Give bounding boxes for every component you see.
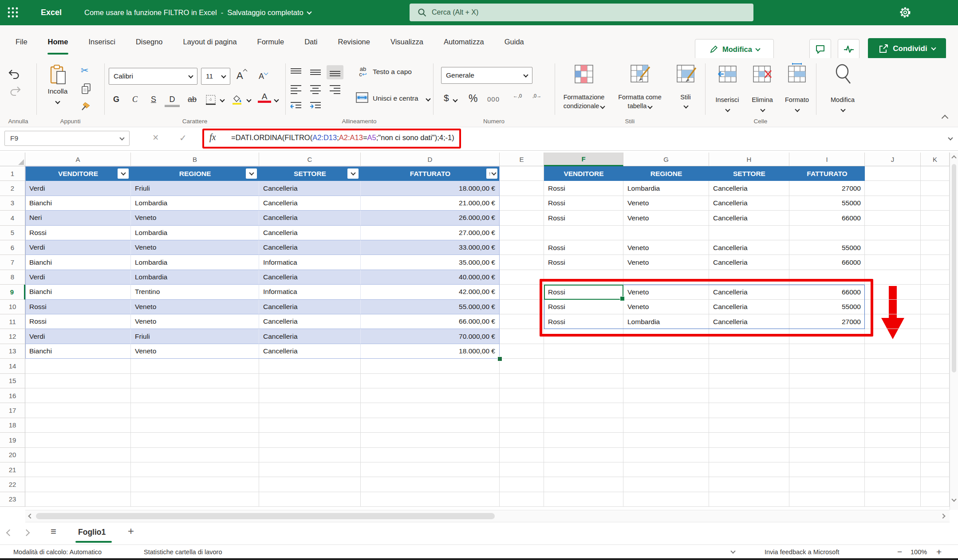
cell[interactable]: Veneto: [131, 211, 259, 225]
vertical-scrollbar[interactable]: [950, 153, 958, 510]
cell[interactable]: Rossi: [25, 314, 131, 329]
row-header-23[interactable]: 23: [0, 492, 25, 507]
cell[interactable]: Veneto: [131, 300, 259, 314]
cell[interactable]: Cancelleria: [259, 344, 361, 359]
calc-mode-status[interactable]: Modalità di calcolo: Automatico: [13, 545, 102, 559]
cell[interactable]: Cancelleria: [709, 240, 789, 255]
cell[interactable]: 55000: [789, 300, 865, 314]
row-header-5[interactable]: 5: [0, 226, 25, 240]
previous-sheet-icon[interactable]: [6, 529, 13, 537]
cell[interactable]: Rossi: [544, 211, 623, 225]
cell[interactable]: 18.000,00 €: [361, 181, 500, 196]
cell[interactable]: 35.000,00 €: [361, 255, 500, 270]
column-header-D[interactable]: D: [361, 153, 500, 166]
cell[interactable]: Veneto: [623, 240, 709, 255]
filter-button[interactable]: [118, 168, 129, 179]
cell[interactable]: Cancelleria: [709, 285, 789, 299]
column-header-F[interactable]: F: [544, 153, 623, 166]
horizontal-scrollbar[interactable]: [25, 510, 950, 522]
horizontal-scroll-thumb[interactable]: [36, 513, 495, 519]
cell[interactable]: Rossi: [25, 300, 131, 314]
cell[interactable]: Veneto: [623, 196, 709, 211]
sheet-tab-foglio1[interactable]: Foglio1: [78, 522, 106, 542]
cell[interactable]: Veneto: [623, 255, 709, 270]
row-header-19[interactable]: 19: [0, 433, 25, 447]
cell[interactable]: Verdi: [25, 329, 131, 344]
cell[interactable]: Rossi: [544, 300, 623, 314]
row-header-3[interactable]: 3: [0, 196, 25, 211]
cell[interactable]: 18.000,00 €: [361, 344, 500, 359]
cell[interactable]: 66000: [789, 211, 865, 225]
cell[interactable]: Veneto: [131, 344, 259, 359]
column-header-B[interactable]: B: [131, 153, 259, 166]
column-header-K[interactable]: K: [921, 153, 950, 166]
cell[interactable]: Trentino: [131, 285, 259, 299]
cell[interactable]: 42.000,00 €: [361, 285, 500, 299]
filter-button[interactable]: [246, 168, 257, 179]
row-header-1[interactable]: 1: [0, 166, 25, 181]
row-header-16[interactable]: 16: [0, 388, 25, 403]
cell[interactable]: Friuli: [131, 181, 259, 196]
row-header-13[interactable]: 13: [0, 344, 25, 359]
cell[interactable]: Cancelleria: [259, 270, 361, 285]
send-feedback-link[interactable]: Invia feedback a Microsoft: [765, 545, 839, 559]
cell[interactable]: Cancelleria: [259, 300, 361, 314]
row-header-11[interactable]: 11: [0, 314, 25, 329]
cell[interactable]: 27000: [789, 314, 865, 329]
filter-button[interactable]: [347, 168, 359, 179]
row-header-2[interactable]: 2: [0, 181, 25, 196]
select-all-corner[interactable]: [0, 153, 25, 166]
cell[interactable]: 66000: [789, 255, 865, 270]
row-header-4[interactable]: 4: [0, 211, 25, 225]
zoom-in-button[interactable]: +: [936, 545, 942, 559]
zoom-level[interactable]: 100%: [911, 545, 927, 559]
cell[interactable]: Veneto: [623, 300, 709, 314]
cell[interactable]: 27000: [789, 181, 865, 196]
cell[interactable]: Cancelleria: [259, 226, 361, 240]
row-header-17[interactable]: 17: [0, 403, 25, 418]
cell[interactable]: 21.000,00 €: [361, 196, 500, 211]
cell[interactable]: Rossi: [544, 240, 623, 255]
column-header-C[interactable]: C: [259, 153, 361, 166]
cell[interactable]: Cancelleria: [709, 211, 789, 225]
scroll-left-icon[interactable]: [28, 513, 33, 518]
cell[interactable]: Verdi: [25, 270, 131, 285]
cell[interactable]: Verdi: [25, 181, 131, 196]
row-header-15[interactable]: 15: [0, 374, 25, 388]
row-header-12[interactable]: 12: [0, 329, 25, 344]
cell[interactable]: Rossi: [25, 226, 131, 240]
cell[interactable]: Cancelleria: [709, 255, 789, 270]
cell[interactable]: Cancelleria: [259, 196, 361, 211]
cell[interactable]: Bianchi: [25, 285, 131, 299]
row-header-10[interactable]: 10: [0, 300, 25, 314]
cell[interactable]: 27.000,00 €: [361, 226, 500, 240]
column-header-H[interactable]: H: [709, 153, 789, 166]
workbook-statistics[interactable]: Statistiche cartella di lavoro: [144, 545, 222, 559]
column-header-A[interactable]: A: [25, 153, 131, 166]
scroll-right-icon[interactable]: [940, 513, 945, 518]
cell[interactable]: 33.000,00 €: [361, 240, 500, 255]
cell[interactable]: Veneto: [131, 314, 259, 329]
cell[interactable]: Bianchi: [25, 255, 131, 270]
cell[interactable]: Lombardia: [131, 226, 259, 240]
row-header-8[interactable]: 8: [0, 270, 25, 285]
cell[interactable]: Verdi: [25, 240, 131, 255]
cell[interactable]: 55000: [789, 240, 865, 255]
cell[interactable]: Lombardia: [623, 314, 709, 329]
cell[interactable]: 26.000,00 €: [361, 211, 500, 225]
cell[interactable]: 66000: [789, 285, 865, 299]
cell[interactable]: Lombardia: [131, 255, 259, 270]
cell[interactable]: Rossi: [544, 314, 623, 329]
cell[interactable]: Cancelleria: [259, 211, 361, 225]
filter-button[interactable]: ↑: [486, 168, 497, 179]
cell[interactable]: Neri: [25, 211, 131, 225]
cell[interactable]: Cancelleria: [709, 181, 789, 196]
cell[interactable]: Informatica: [259, 255, 361, 270]
column-header-G[interactable]: G: [623, 153, 709, 166]
row-header-6[interactable]: 6: [0, 240, 25, 255]
cell[interactable]: Veneto: [623, 211, 709, 225]
cell[interactable]: Bianchi: [25, 344, 131, 359]
cell[interactable]: 70.000,00 €: [361, 329, 500, 344]
cell[interactable]: 55.000,00 €: [361, 300, 500, 314]
cell[interactable]: 40.000,00 €: [361, 270, 500, 285]
